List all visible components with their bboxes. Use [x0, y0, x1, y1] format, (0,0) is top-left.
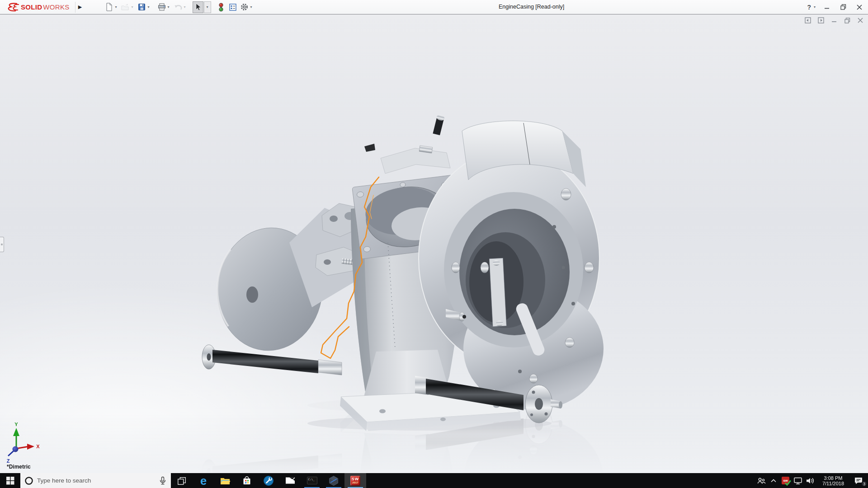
quick-access-toolbar: ▾ ▾ ▾ ▾ ▾	[104, 1, 255, 13]
taskbar-clock[interactable]: 3:08 PM 7/11/2018	[816, 475, 850, 487]
rebuild-button[interactable]	[216, 1, 226, 13]
select-cursor-icon	[193, 3, 203, 12]
titlebar: SOLIDWORKS ▶ ▾ ▾ ▾ ▾	[0, 0, 868, 14]
people-button[interactable]	[755, 473, 767, 488]
reflection-fade	[0, 414, 868, 473]
triad-origin	[13, 446, 19, 452]
z-axis-label: Z	[7, 458, 10, 464]
windows-taskbar: e C:\_	[0, 473, 868, 488]
options-dropdown-caret[interactable]: ▾	[249, 5, 254, 9]
volume-button[interactable]	[804, 473, 816, 488]
doc-minimize-button[interactable]	[831, 17, 837, 23]
microphone-icon[interactable]	[159, 476, 167, 485]
new-dropdown-caret[interactable]: ▾	[114, 5, 118, 9]
dassault-swoosh-icon	[5, 2, 20, 12]
collapse-left-pane-button[interactable]	[805, 17, 811, 23]
options-button[interactable]: ▾	[239, 1, 255, 13]
edge-icon: e	[200, 475, 207, 486]
minimize-button[interactable]	[822, 2, 832, 12]
taskbar-search[interactable]	[20, 473, 171, 488]
brand-solid: SOLID	[21, 3, 42, 11]
undo-dropdown-caret: ▾	[183, 5, 187, 9]
action-center-button[interactable]: 3	[850, 473, 867, 488]
new-document-button[interactable]: ▾	[104, 1, 119, 13]
graphics-viewport[interactable]: Y X Z *Dimetric	[0, 14, 868, 473]
wrench-circle-icon	[263, 475, 274, 486]
windows-logo-icon	[6, 476, 14, 485]
rebuild-trafficlight-icon	[217, 3, 226, 12]
solidworks-logo[interactable]: SOLIDWORKS	[0, 0, 73, 14]
file-properties-icon	[228, 3, 237, 12]
doc-close-button[interactable]	[857, 17, 863, 23]
doc-restore-button[interactable]	[844, 17, 850, 23]
taskbar-app-file-explorer[interactable]	[214, 473, 236, 488]
start-button[interactable]	[0, 473, 20, 488]
help-dropdown-caret[interactable]: ▾	[814, 5, 816, 9]
save-floppy-icon	[137, 3, 146, 12]
cortana-icon	[24, 476, 33, 485]
network-button[interactable]	[792, 473, 804, 488]
file-properties-button[interactable]	[227, 1, 238, 13]
document-title: EngineCasing [Read-only]	[499, 0, 564, 14]
options-gear-icon	[240, 3, 249, 12]
print-dropdown-caret[interactable]: ▾	[166, 5, 171, 9]
print-button[interactable]: ▾	[156, 1, 172, 13]
network-icon	[793, 476, 803, 486]
taskbar-app-command-prompt[interactable]: C:\_	[301, 473, 323, 488]
command-prompt-icon: C:\_	[307, 477, 317, 484]
y-axis-label: Y	[14, 422, 18, 427]
undo-arrow-icon	[174, 3, 183, 12]
engine-casing-model[interactable]	[202, 114, 604, 431]
open-dropdown-caret: ▾	[130, 5, 135, 9]
show-hidden-icons-button[interactable]	[767, 473, 779, 488]
engine-casing-scene: Y X Z	[0, 14, 868, 473]
task-view-icon	[177, 476, 187, 486]
solidworks-2017-icon: SW 2017	[350, 476, 360, 486]
save-button[interactable]: ▾	[137, 1, 152, 13]
people-icon	[756, 476, 766, 486]
new-document-icon	[105, 3, 114, 12]
file-explorer-icon	[220, 476, 231, 486]
taskbar-app-solidworks[interactable]: SW 2017	[344, 473, 366, 488]
taskbar-app-mail[interactable]	[279, 473, 301, 488]
expand-right-pane-button[interactable]	[818, 17, 824, 23]
panel-splitter-handle[interactable]	[0, 237, 4, 252]
taskbar-app-microsoft-store[interactable]	[236, 473, 258, 488]
x-axis-label: X	[36, 444, 40, 449]
speaker-icon	[805, 476, 815, 486]
clock-time: 3:08 PM	[816, 475, 850, 481]
mail-icon	[285, 476, 296, 485]
help-button[interactable]: ?	[807, 4, 811, 11]
chevron-up-icon	[770, 477, 777, 484]
taskbar-app-settings-tool[interactable]	[258, 473, 279, 488]
printer-icon	[157, 3, 166, 12]
microsoft-store-icon	[241, 475, 252, 486]
undo-button: ▾	[173, 1, 188, 13]
select-tool-dropdown[interactable]: ▾	[204, 1, 211, 13]
titlebar-controls: ? ▾	[807, 0, 864, 14]
hexagon-app-icon	[328, 475, 339, 486]
search-input[interactable]	[37, 477, 155, 484]
open-button: ▾	[120, 1, 136, 13]
solidworks-tray-button[interactable]: sw	[779, 473, 792, 488]
close-button[interactable]	[854, 2, 864, 12]
view-orientation-label: *Dimetric	[7, 464, 31, 470]
notification-badge: 3	[861, 481, 867, 487]
taskbar-app-edge[interactable]: e	[193, 473, 214, 488]
solidworks-tray-icon: sw	[782, 477, 789, 484]
save-dropdown-caret[interactable]: ▾	[146, 5, 151, 9]
taskbar-app-hexagon[interactable]	[323, 473, 344, 488]
select-tool-button[interactable]	[193, 1, 203, 13]
restore-button[interactable]	[838, 2, 848, 12]
menu-expand-arrow[interactable]: ▶	[75, 2, 85, 13]
document-window-controls	[805, 17, 863, 23]
open-folder-icon	[121, 3, 130, 12]
clock-date: 7/11/2018	[816, 481, 850, 487]
taskbar-app-task-view[interactable]	[171, 473, 193, 488]
select-dropdown-caret[interactable]: ▾	[205, 5, 210, 9]
system-tray: sw 3:08 PM 7/11/2018	[755, 473, 868, 488]
brand-works: WORKS	[43, 3, 69, 11]
